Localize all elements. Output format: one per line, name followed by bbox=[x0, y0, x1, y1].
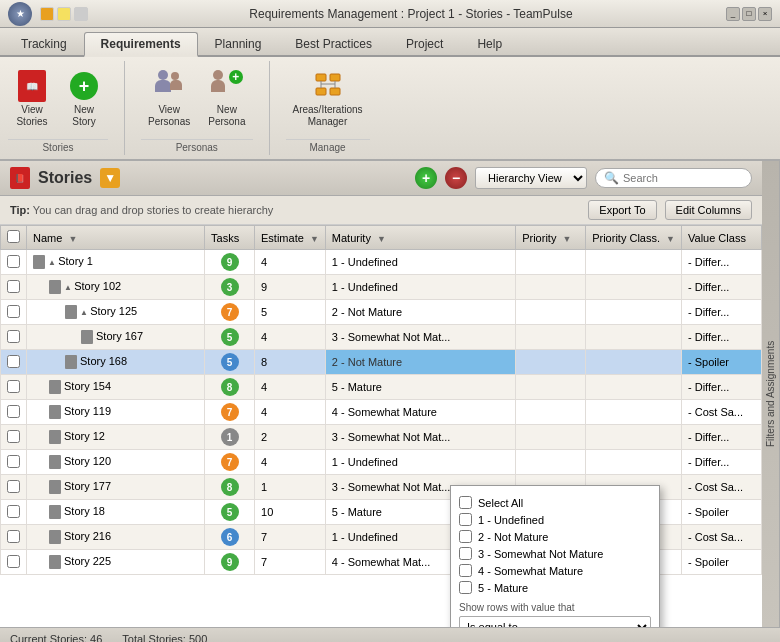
task-badge: 5 bbox=[221, 328, 239, 346]
task-badge: 9 bbox=[221, 253, 239, 271]
row-checkbox[interactable] bbox=[7, 255, 20, 268]
expand-icon[interactable]: ▲ bbox=[64, 283, 74, 292]
task-count-cell: 8 bbox=[205, 475, 255, 500]
title-icon-3[interactable] bbox=[74, 7, 88, 21]
row-checkbox[interactable] bbox=[7, 430, 20, 443]
row-checkbox[interactable] bbox=[7, 505, 20, 518]
estimate-filter-icon[interactable]: ▼ bbox=[310, 234, 319, 244]
table-row[interactable]: ▲ Story 125752 - Not Mature- Differ... bbox=[1, 300, 762, 325]
story-name: Story 216 bbox=[64, 530, 111, 542]
story-row-icon bbox=[49, 555, 61, 569]
priority-filter-icon[interactable]: ▼ bbox=[562, 234, 571, 244]
task-count-cell: 8 bbox=[205, 375, 255, 400]
filter-option-2[interactable]: 2 - Not Mature bbox=[459, 528, 651, 545]
filter-condition1-select[interactable]: Is equal to Is not equal to Contains bbox=[459, 616, 651, 627]
filter-4-checkbox[interactable] bbox=[459, 564, 472, 577]
current-stories: Current Stories: 46 bbox=[10, 633, 102, 643]
tab-project[interactable]: Project bbox=[389, 32, 460, 55]
tab-best-practices[interactable]: Best Practices bbox=[278, 32, 389, 55]
view-stories-button[interactable]: 📖 ViewStories bbox=[8, 65, 56, 133]
row-checkbox[interactable] bbox=[7, 280, 20, 293]
svg-rect-0 bbox=[316, 74, 326, 81]
task-count-cell: 7 bbox=[205, 400, 255, 425]
select-all-checkbox[interactable] bbox=[7, 230, 20, 243]
toolbar-group-stories: 📖 ViewStories + NewStory Stories bbox=[8, 61, 125, 155]
manage-group-label: Manage bbox=[286, 139, 370, 155]
table-row[interactable]: Story 119744 - Somewhat Mature- Cost Sa.… bbox=[1, 400, 762, 425]
estimate-cell: 8 bbox=[255, 350, 326, 375]
table-row[interactable]: Story 120741 - Undefined- Differ... bbox=[1, 450, 762, 475]
title-icon-1[interactable] bbox=[40, 7, 54, 21]
table-row[interactable]: Story 154845 - Mature- Differ... bbox=[1, 375, 762, 400]
row-checkbox[interactable] bbox=[7, 530, 20, 543]
table-row[interactable]: ▲ Story 102391 - Undefined- Differ... bbox=[1, 275, 762, 300]
export-button[interactable]: Export To bbox=[588, 200, 656, 220]
new-persona-label: NewPersona bbox=[208, 104, 245, 128]
view-personas-button[interactable]: ViewPersonas bbox=[141, 65, 197, 133]
filter-toggle-button[interactable]: ▼ bbox=[100, 168, 120, 188]
story-name: Story 18 bbox=[64, 505, 105, 517]
view-personas-icon bbox=[153, 70, 185, 102]
hierarchy-view-select[interactable]: Hierarchy View Flat View bbox=[475, 167, 587, 189]
right-sidebar[interactable]: Filters and Assignments bbox=[762, 161, 780, 627]
expand-icon[interactable]: ▲ bbox=[80, 308, 90, 317]
new-persona-icon: + bbox=[211, 70, 243, 102]
filter-option-5[interactable]: 5 - Mature bbox=[459, 579, 651, 596]
table-row[interactable]: Story 168582 - Not Mature- Spoiler bbox=[1, 350, 762, 375]
filter-1-checkbox[interactable] bbox=[459, 513, 472, 526]
story-row-icon bbox=[49, 380, 61, 394]
minimize-button[interactable]: _ bbox=[726, 7, 740, 21]
priority-cell bbox=[516, 300, 586, 325]
row-checkbox[interactable] bbox=[7, 455, 20, 468]
filter-option-1[interactable]: 1 - Undefined bbox=[459, 511, 651, 528]
filter-5-checkbox[interactable] bbox=[459, 581, 472, 594]
row-checkbox[interactable] bbox=[7, 405, 20, 418]
row-checkbox[interactable] bbox=[7, 355, 20, 368]
remove-story-button[interactable]: − bbox=[445, 167, 467, 189]
filter-option-select-all[interactable]: Select All bbox=[459, 494, 651, 511]
filter-option-4[interactable]: 4 - Somewhat Mature bbox=[459, 562, 651, 579]
table-row[interactable]: ▲ Story 1941 - Undefined- Differ... bbox=[1, 250, 762, 275]
new-persona-button[interactable]: + NewPersona bbox=[201, 65, 252, 133]
title-icon-2[interactable] bbox=[57, 7, 71, 21]
close-button[interactable]: × bbox=[758, 7, 772, 21]
edit-columns-button[interactable]: Edit Columns bbox=[665, 200, 752, 220]
value-class-cell: - Differ... bbox=[682, 325, 762, 350]
row-checkbox[interactable] bbox=[7, 380, 20, 393]
filter-2-checkbox[interactable] bbox=[459, 530, 472, 543]
tab-requirements[interactable]: Requirements bbox=[84, 32, 198, 57]
tab-tracking[interactable]: Tracking bbox=[4, 32, 84, 55]
new-story-button[interactable]: + NewStory bbox=[60, 65, 108, 133]
table-row[interactable]: Story 12123 - Somewhat Not Mat...- Diffe… bbox=[1, 425, 762, 450]
name-filter-icon[interactable]: ▼ bbox=[68, 234, 77, 244]
value-class-cell: - Spoiler bbox=[682, 500, 762, 525]
search-input[interactable] bbox=[623, 172, 743, 184]
col-priority-class: Priority Class. ▼ bbox=[586, 226, 682, 250]
filter-3-checkbox[interactable] bbox=[459, 547, 472, 560]
tab-help[interactable]: Help bbox=[460, 32, 519, 55]
view-personas-label: ViewPersonas bbox=[148, 104, 190, 128]
stories-title-icon: 📕 bbox=[10, 167, 30, 189]
story-name-cell: Story 120 bbox=[27, 450, 205, 475]
table-row[interactable]: Story 167543 - Somewhat Not Mat...- Diff… bbox=[1, 325, 762, 350]
maximize-button[interactable]: □ bbox=[742, 7, 756, 21]
story-name: Story 177 bbox=[64, 480, 111, 492]
add-story-button[interactable]: + bbox=[415, 167, 437, 189]
row-checkbox[interactable] bbox=[7, 555, 20, 568]
row-checkbox[interactable] bbox=[7, 330, 20, 343]
tab-planning[interactable]: Planning bbox=[198, 32, 279, 55]
story-row-icon bbox=[49, 480, 61, 494]
select-all-filter-checkbox[interactable] bbox=[459, 496, 472, 509]
areas-iterations-button[interactable]: Areas/IterationsManager bbox=[286, 65, 370, 133]
maturity-filter-icon[interactable]: ▼ bbox=[377, 234, 386, 244]
task-count-cell: 6 bbox=[205, 525, 255, 550]
row-checkbox[interactable] bbox=[7, 480, 20, 493]
priority-cell bbox=[516, 250, 586, 275]
priority-class-filter-icon[interactable]: ▼ bbox=[666, 234, 675, 244]
story-name-cell: Story 168 bbox=[27, 350, 205, 375]
filter-option-3[interactable]: 3 - Somewhat Not Mature bbox=[459, 545, 651, 562]
task-badge: 3 bbox=[221, 278, 239, 296]
search-box: 🔍 bbox=[595, 168, 752, 188]
row-checkbox[interactable] bbox=[7, 305, 20, 318]
expand-icon[interactable]: ▲ bbox=[48, 258, 58, 267]
